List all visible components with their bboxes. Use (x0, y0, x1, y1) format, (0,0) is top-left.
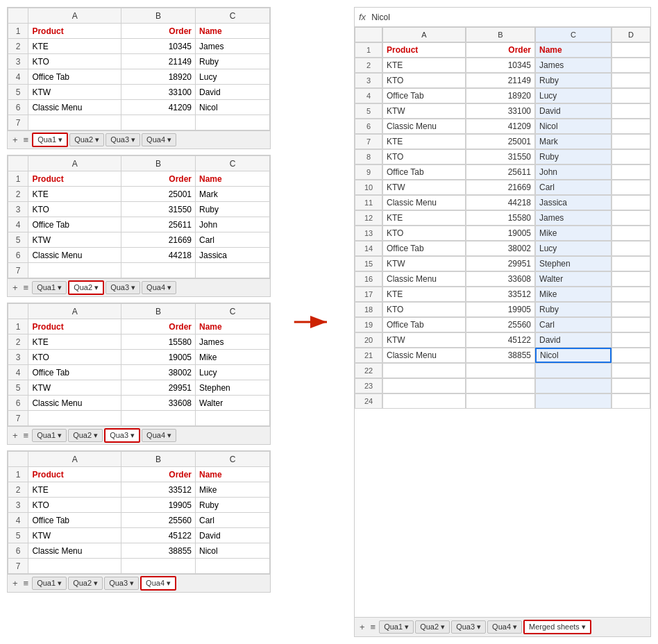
cell-product[interactable]: KTE (28, 482, 121, 498)
cell-name[interactable]: Mike (535, 287, 611, 302)
cell-product[interactable] (382, 393, 466, 409)
cell-d[interactable] (611, 302, 650, 317)
cell-product[interactable] (382, 363, 466, 378)
sheet3-tab-qua1[interactable]: Qua1 ▾ (32, 429, 67, 442)
cell-d[interactable] (611, 332, 650, 348)
cell-order[interactable]: 44218 (121, 248, 196, 263)
cell-name[interactable] (535, 363, 611, 378)
sheet1-tab-qua4[interactable]: Qua4 ▾ (142, 133, 176, 146)
cell-name[interactable]: Lucy (196, 69, 270, 85)
cell-name[interactable]: David (535, 103, 611, 119)
cell-order[interactable]: 10345 (466, 58, 535, 73)
right-menu[interactable]: ≡ (369, 622, 378, 632)
cell-order[interactable]: 21149 (121, 54, 196, 69)
cell-name[interactable]: Carl (535, 180, 611, 195)
cell-d[interactable] (611, 149, 650, 164)
sheet4-tab-qua4[interactable]: Qua4 ▾ (140, 576, 176, 591)
cell-product[interactable]: KTW (28, 380, 121, 396)
sheet2-tab-qua3[interactable]: Qua3 ▾ (106, 281, 140, 294)
right-add-tab[interactable]: + (357, 622, 367, 632)
cell-name[interactable]: Mark (196, 187, 270, 202)
cell-order[interactable]: 21149 (466, 73, 535, 88)
cell-product[interactable]: Classic Menu (382, 348, 466, 363)
cell-name[interactable]: Nicol (535, 348, 611, 363)
cell-name[interactable]: Nicol (196, 543, 270, 559)
cell-order[interactable] (466, 363, 535, 378)
sheet3-menu[interactable]: ≡ (22, 430, 31, 441)
cell-order[interactable]: 21669 (466, 180, 535, 195)
cell-d[interactable] (611, 226, 650, 241)
sheet3-tab-qua2[interactable]: Qua2 ▾ (68, 429, 103, 442)
cell-product[interactable]: Office Tab (382, 241, 466, 256)
cell-order[interactable]: 25560 (121, 513, 196, 528)
cell-name[interactable]: Lucy (535, 241, 611, 256)
cell-product[interactable]: KTW (382, 332, 466, 348)
cell-name[interactable]: Carl (196, 513, 270, 528)
cell-name[interactable]: David (196, 528, 270, 543)
cell-d[interactable] (611, 317, 650, 332)
cell-product[interactable]: KTE (28, 334, 121, 350)
cell-product[interactable]: KTW (382, 180, 466, 195)
cell-order[interactable]: 33100 (466, 103, 535, 119)
cell-order[interactable]: 45122 (121, 528, 196, 543)
cell-product[interactable]: KTW (382, 103, 466, 119)
cell-order[interactable]: 38002 (466, 241, 535, 256)
sheet2-add-tab[interactable]: + (10, 282, 20, 293)
cell-order[interactable]: 44218 (466, 195, 535, 210)
sheet4-tab-qua2[interactable]: Qua2 ▾ (68, 577, 103, 590)
cell-name[interactable]: Walter (196, 396, 270, 411)
cell-d[interactable] (611, 58, 650, 73)
cell-name[interactable]: Carl (196, 232, 270, 248)
sheet2-tab-qua4[interactable]: Qua4 ▾ (142, 281, 176, 294)
cell-name[interactable]: Lucy (535, 88, 611, 103)
sheet2-menu[interactable]: ≡ (22, 282, 31, 293)
cell-order[interactable]: 19005 (121, 350, 196, 365)
cell-d[interactable] (611, 241, 650, 256)
cell-name[interactable]: Ruby (196, 498, 270, 513)
cell-order[interactable]: 15580 (121, 334, 196, 350)
empty-cell[interactable] (28, 115, 121, 130)
sheet3-tab-qua3[interactable]: Qua3 ▾ (104, 428, 140, 443)
empty-cell[interactable] (121, 559, 196, 574)
cell-d[interactable] (611, 180, 650, 195)
cell-name[interactable]: James (196, 39, 270, 54)
cell-product[interactable]: KTO (382, 149, 466, 164)
cell-name[interactable] (535, 378, 611, 393)
cell-product[interactable]: Office Tab (382, 88, 466, 103)
sheet3-tab-qua4[interactable]: Qua4 ▾ (142, 429, 176, 442)
cell-order[interactable]: 21669 (121, 232, 196, 248)
cell-product[interactable]: KTO (382, 302, 466, 317)
cell-product[interactable]: KTW (382, 256, 466, 271)
cell-name[interactable]: Stephen (535, 256, 611, 271)
right-tab-qua4[interactable]: Qua4 ▾ (487, 620, 522, 634)
sheet1-tab-qua2[interactable]: Qua2 ▾ (69, 133, 104, 146)
cell-order[interactable]: Order (466, 42, 535, 58)
sheet1-add-tab[interactable]: + (10, 135, 20, 145)
cell-name[interactable]: James (535, 58, 611, 73)
right-tab-qua2[interactable]: Qua2 ▾ (415, 620, 450, 634)
cell-product[interactable]: Office Tab (382, 317, 466, 332)
cell-name[interactable]: Nicol (196, 100, 270, 115)
cell-d[interactable] (611, 134, 650, 149)
empty-cell[interactable] (196, 263, 270, 278)
cell-d[interactable] (611, 88, 650, 103)
cell-d[interactable] (611, 363, 650, 378)
cell-name[interactable]: Ruby (196, 54, 270, 69)
right-tab-qua1[interactable]: Qua1 ▾ (379, 620, 414, 634)
cell-name[interactable]: Jassica (535, 195, 611, 210)
cell-d[interactable] (611, 164, 650, 180)
cell-name[interactable]: David (535, 332, 611, 348)
cell-name[interactable]: Carl (535, 317, 611, 332)
right-tab-merged[interactable]: Merged sheets ▾ (523, 620, 591, 634)
cell-name[interactable]: Ruby (196, 202, 270, 217)
cell-order[interactable]: 31550 (121, 202, 196, 217)
sheet2-tab-qua1[interactable]: Qua1 ▾ (32, 281, 67, 294)
sheet2-tab-qua2[interactable]: Qua2 ▾ (68, 280, 104, 295)
cell-order[interactable]: 29951 (121, 380, 196, 396)
cell-product[interactable]: KTO (28, 202, 121, 217)
cell-order[interactable]: 19005 (466, 226, 535, 241)
cell-product[interactable]: Classic Menu (382, 195, 466, 210)
cell-product[interactable]: KTW (28, 528, 121, 543)
sheet4-menu[interactable]: ≡ (22, 578, 31, 588)
cell-product[interactable]: KTW (28, 232, 121, 248)
